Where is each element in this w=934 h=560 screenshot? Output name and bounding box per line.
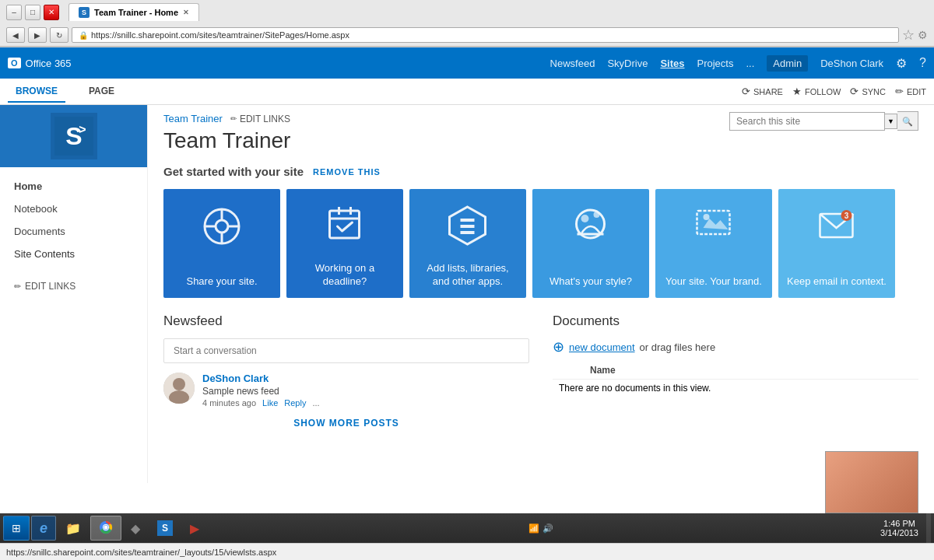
nav-projects[interactable]: Projects <box>697 58 733 69</box>
documents-table: Name There are no documents in this view… <box>553 362 918 397</box>
post-avatar <box>163 373 195 404</box>
search-input[interactable] <box>729 112 885 131</box>
get-started-title: Get started with your site <box>163 165 304 178</box>
sidebar: S > Home Notebook Documents Site Content… <box>0 105 148 483</box>
svg-point-19 <box>594 212 600 218</box>
user-menu[interactable]: DeShon Clark <box>820 58 883 69</box>
minimize-button[interactable]: – <box>6 5 22 20</box>
help-icon[interactable]: ? <box>919 56 926 70</box>
back-button[interactable]: ◀ <box>6 27 25 43</box>
corner-popup <box>825 451 918 483</box>
search-button[interactable]: 🔍 <box>897 111 918 131</box>
remove-this-button[interactable]: REMOVE THIS <box>313 167 381 177</box>
ribbon-follow[interactable]: ★ FOLLOW <box>792 86 841 97</box>
office-nav: Newsfeed SkyDrive Sites Projects ... Adm… <box>550 55 926 72</box>
new-document-link[interactable]: new document <box>569 341 635 353</box>
documents-header: ⊕ new document or drag files here <box>553 338 918 355</box>
maximize-button[interactable]: □ <box>25 5 40 20</box>
tile-deadline-label: Working on a deadline? <box>294 262 395 289</box>
tab-favicon: S <box>79 7 90 18</box>
close-button[interactable]: ✕ <box>44 5 59 20</box>
sidebar-item-site-contents[interactable]: Site Contents <box>0 243 147 265</box>
tools-icon[interactable]: ⚙ <box>918 29 928 41</box>
office-logo[interactable]: O Office 365 <box>8 58 72 69</box>
tile-brand[interactable]: Your site. Your brand. <box>655 189 772 298</box>
conversation-input[interactable] <box>163 338 529 363</box>
svg-rect-15 <box>461 225 475 228</box>
table-empty-row: There are no documents in this view. <box>553 380 918 397</box>
ribbon-share[interactable]: ⟳ SHARE <box>742 86 783 97</box>
ribbon: BROWSE PAGE ⟳ SHARE ★ FOLLOW ⟳ SYNC ✏ ED… <box>0 79 934 105</box>
office-logo-icon: O <box>8 58 21 68</box>
post-item: DeShon Clark Sample news feed 4 minutes … <box>163 373 529 408</box>
window-controls: – □ ✕ <box>6 5 59 20</box>
nav-more[interactable]: ... <box>746 58 754 69</box>
col-name: Name <box>584 362 918 380</box>
tile-deadline-icon <box>324 203 367 254</box>
post-author[interactable]: DeShon Clark <box>202 373 529 384</box>
search-area: ▼ 🔍 <box>729 111 918 131</box>
page-title: Team Trainer <box>163 128 918 153</box>
svg-point-4 <box>216 220 228 233</box>
ribbon-actions: ⟳ SHARE ★ FOLLOW ⟳ SYNC ✏ EDIT <box>742 86 926 97</box>
nav-sites[interactable]: Sites <box>660 58 684 69</box>
ribbon-sync[interactable]: ⟳ SYNC <box>850 86 886 97</box>
tile-brand-label: Your site. Your brand. <box>665 275 762 289</box>
url-text: https://snillc.sharepoint.com/sites/team… <box>91 30 349 40</box>
refresh-button[interactable]: ↻ <box>50 27 68 43</box>
tab-close-button[interactable]: ✕ <box>183 9 189 16</box>
favorites-star[interactable]: ☆ <box>902 26 915 44</box>
sidebar-item-documents[interactable]: Documents <box>0 220 147 243</box>
nav-skydrive[interactable]: SkyDrive <box>607 58 648 69</box>
tiles-container: Share your site. Working on a deadline? <box>163 189 918 298</box>
search-dropdown-button[interactable]: ▼ <box>885 114 897 129</box>
sidebar-item-notebook[interactable]: Notebook <box>0 198 147 220</box>
nav-newsfeed[interactable]: Newsfeed <box>550 58 595 69</box>
newsfeed-section: Newsfeed DeShon Clark Sample news feed <box>163 313 529 429</box>
tile-share[interactable]: Share your site. <box>163 189 280 298</box>
svg-marker-22 <box>704 219 729 229</box>
search-magnifier-icon: 🔍 <box>902 117 913 126</box>
tile-lists[interactable]: Add lists, libraries, and other apps. <box>409 189 526 298</box>
show-more-link[interactable]: SHOW MORE POSTS <box>293 418 399 429</box>
post-time: 4 minutes ago <box>202 398 256 408</box>
tile-deadline[interactable]: Working on a deadline? <box>286 189 403 298</box>
svg-rect-16 <box>461 231 475 234</box>
sidebar-logo-icon: S > <box>51 113 97 159</box>
forward-button[interactable]: ▶ <box>28 27 47 43</box>
table-header-row: Name <box>553 362 918 380</box>
documents-title: Documents <box>553 313 918 329</box>
post-reply-button[interactable]: Reply <box>284 398 306 408</box>
breadcrumb-site-link[interactable]: Team Trainer <box>163 113 223 124</box>
tile-style-icon <box>570 203 613 254</box>
ribbon-tab-browse[interactable]: BROWSE <box>8 81 65 103</box>
tile-email[interactable]: 3 Keep email in context. <box>778 189 895 298</box>
active-tab[interactable]: S Team Trainer - Home ✕ <box>68 3 199 21</box>
admin-menu[interactable]: Admin <box>767 55 808 72</box>
post-more-button[interactable]: ... <box>312 398 319 408</box>
get-started-section: Get started with your site REMOVE THIS <box>148 165 934 313</box>
ribbon-tab-page[interactable]: PAGE <box>81 81 122 103</box>
drag-label: or drag files here <box>640 341 716 353</box>
post-like-button[interactable]: Like <box>262 398 278 408</box>
tile-email-icon: 3 <box>816 203 859 254</box>
breadcrumb-edit-links[interactable]: ✏ EDIT LINKS <box>230 114 290 124</box>
tile-lists-icon <box>447 203 490 254</box>
sidebar-edit-links[interactable]: ✏ EDIT LINKS <box>0 273 147 299</box>
tile-share-icon <box>198 203 245 257</box>
svg-rect-9 <box>330 211 360 238</box>
col-file-icon <box>568 362 584 380</box>
documents-section: Documents ⊕ new document or drag files h… <box>553 313 918 429</box>
sidebar-item-home[interactable]: Home <box>0 175 147 198</box>
address-bar[interactable]: 🔒 https://snillc.sharepoint.com/sites/te… <box>72 27 899 43</box>
tile-brand-icon <box>693 203 736 254</box>
tile-style[interactable]: What's your style? <box>532 189 649 298</box>
tab-title: Team Trainer - Home <box>94 8 178 17</box>
sidebar-nav: Home Notebook Documents Site Contents <box>0 167 147 273</box>
browser-chrome: – □ ✕ S Team Trainer - Home ✕ ◀ ▶ ↻ 🔒 ht… <box>0 0 934 47</box>
main-content: ▼ 🔍 Team Trainer ✏ EDIT LINKS Team Train… <box>148 105 934 483</box>
ribbon-edit[interactable]: ✏ EDIT <box>895 86 926 97</box>
breadcrumb-pencil-icon: ✏ <box>230 114 237 123</box>
settings-icon[interactable]: ⚙ <box>896 56 907 71</box>
empty-documents-message: There are no documents in this view. <box>559 383 711 394</box>
